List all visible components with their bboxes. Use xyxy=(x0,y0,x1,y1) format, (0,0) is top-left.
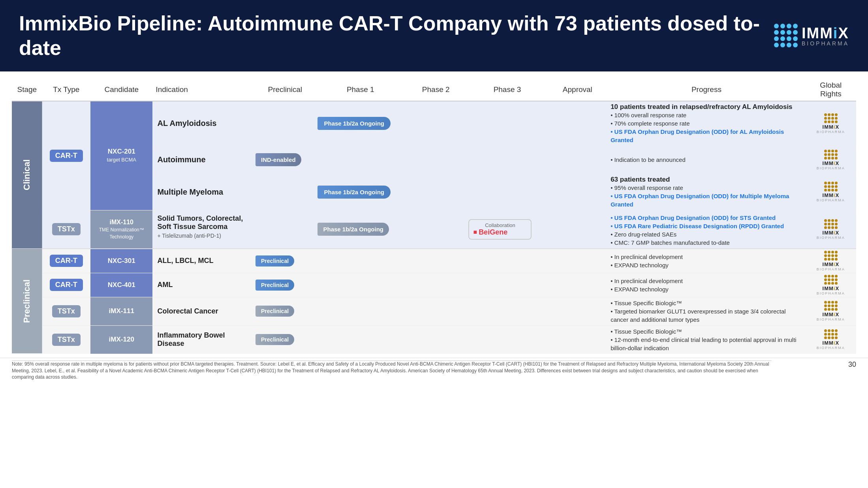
immix-sub: BIOPHARMA xyxy=(817,198,845,202)
cart-badge: CAR-T xyxy=(50,150,83,162)
bar-imx111: Preclinical xyxy=(256,306,294,317)
progress-list-al: 100% overall response rate 70% complete … xyxy=(611,111,802,144)
progress-item: In preclinical development xyxy=(611,277,802,285)
progress-item: 12-month end-to-end clinical trial leadi… xyxy=(611,336,802,352)
col-approval: Approval xyxy=(548,79,608,101)
bar-mm: Phase 1b/2a Ongoing xyxy=(318,186,391,199)
col-stage: Stage xyxy=(12,79,42,101)
ap-col-5 xyxy=(548,249,608,273)
ap-col-7 xyxy=(548,297,608,325)
progress-mm: 63 patients treated 95% overall response… xyxy=(607,174,805,210)
immix-sub: BIOPHARMA xyxy=(817,130,845,134)
immix-logo-small-5: IMMiX BIOPHARMA xyxy=(809,251,853,271)
p3-col-7 xyxy=(467,297,547,325)
immix-text: IMMiX xyxy=(823,230,840,236)
immix-logo-small-6: IMMiX BIOPHARMA xyxy=(809,275,853,295)
progress-imx111: Tissue Specific Biologic™ Targeted bioma… xyxy=(607,297,805,325)
immix-text: IMMiX xyxy=(823,340,840,346)
phase1-col-4: Phase 1b/2a Ongoing xyxy=(316,210,405,249)
col-tx-type: Tx Type xyxy=(42,79,90,101)
phase3-col-1 xyxy=(467,101,547,146)
table-row: Preclinical CAR-T NXC-301 ALL, LBCL, MCL… xyxy=(12,249,856,273)
p2-col-7 xyxy=(405,297,467,325)
phase2-col-3 xyxy=(405,174,467,210)
preclinical-bar-4: Preclinical xyxy=(254,325,316,354)
p1-col-8 xyxy=(316,325,405,354)
col-indication: Indication xyxy=(152,79,254,101)
table-row: TSTx iMX-120 Inflammatory Bowel Disease … xyxy=(12,325,856,354)
col-global-rights: Global Rights xyxy=(806,79,856,101)
progress-list-imx111: Tissue Specific Biologic™ Targeted bioma… xyxy=(611,299,802,324)
footer: Note: 95% overall response rate in multi… xyxy=(0,358,868,383)
progress-item: Tissue Specific Biologic™ xyxy=(611,327,802,336)
progress-item: In preclinical development xyxy=(611,253,802,261)
tstx-badge-2: TSTx xyxy=(52,305,81,317)
progress-bold-al: 10 patients treated in relapsed/refracto… xyxy=(611,103,802,111)
global-rights-4: IMMiX BIOPHARMA xyxy=(806,210,856,249)
global-rights-8: IMMiX BIOPHARMA xyxy=(806,325,856,354)
phase3-col-3 xyxy=(467,174,547,210)
footer-note: Note: 95% overall response rate in multi… xyxy=(12,360,772,381)
bar-nxc401: Preclinical xyxy=(256,280,294,291)
immix-text: IMMiX xyxy=(823,160,840,166)
p3-col-6 xyxy=(467,273,547,297)
approval-col-4 xyxy=(548,210,608,249)
progress-solid: US FDA Orphan Drug Designation (ODD) for… xyxy=(607,210,805,249)
progress-item-blue: US FDA Orphan Drug Designation (ODD) for… xyxy=(611,128,802,144)
progress-bold-mm: 63 patients treated xyxy=(611,176,802,184)
p3-col-8 xyxy=(467,325,547,354)
progress-nxc301: In preclinical development EXPAND techno… xyxy=(607,249,805,273)
p2-col-5 xyxy=(405,249,467,273)
progress-list-solid: US FDA Orphan Drug Designation (ODD) for… xyxy=(611,214,802,247)
phase3-col-4: Collaboration ■ BeiGene xyxy=(467,210,547,249)
cart-badge-3: CAR-T xyxy=(50,279,83,291)
phase3-col-2 xyxy=(467,146,547,174)
tx-type-tstx-3: TSTx xyxy=(42,325,90,354)
col-phase2: Phase 2 xyxy=(405,79,467,101)
beigene-logo: ■ BeiGene xyxy=(473,228,527,236)
tx-type-tstx: TSTx xyxy=(42,210,90,249)
progress-item: CMC: 7 GMP batches manufactured to-date xyxy=(611,238,802,247)
progress-item: EXPAND technology xyxy=(611,261,802,269)
preclinical-col-1 xyxy=(254,101,316,146)
bar-nxc301: Preclinical xyxy=(256,255,294,267)
immix-logo-small: IMMiX BIOPHARMA xyxy=(809,113,853,134)
candidate-nxc401: NXC-401 xyxy=(90,273,152,297)
global-rights-2: IMMiX BIOPHARMA xyxy=(806,146,856,174)
progress-item-blue: US FDA Rare Pediatric Disease Designatio… xyxy=(611,222,802,230)
tx-type-cart: CAR-T xyxy=(42,101,90,210)
indication-aml: AML xyxy=(152,273,254,297)
logo-dots-icon xyxy=(774,24,798,47)
col-progress: Progress xyxy=(607,79,805,101)
preclinical-col-2: IND-enabled xyxy=(254,146,316,174)
candidate-imx111: iMX-111 xyxy=(90,297,152,325)
p2-col-6 xyxy=(405,273,467,297)
page-title: ImmixBio Pipeline: Autoimmune CAR-T Comp… xyxy=(19,11,774,60)
immix-text: IMMiX xyxy=(823,192,840,198)
global-rights-6: IMMiX BIOPHARMA xyxy=(806,273,856,297)
immix-text: IMMiX xyxy=(823,124,840,130)
preclinical-col-3 xyxy=(254,174,316,210)
immix-logo-small-3: IMMiX BIOPHARMA xyxy=(809,182,853,202)
progress-nxc401: In preclinical development EXPAND techno… xyxy=(607,273,805,297)
logo-sub: BIOPHARMA xyxy=(802,40,849,47)
table-row: CAR-T NXC-401 AML Preclinical In preclin… xyxy=(12,273,856,297)
indication-colorectal: Colorectal Cancer xyxy=(152,297,254,325)
main-content: Stage Tx Type Candidate Indication Precl… xyxy=(0,71,868,358)
table-row: TSTx iMX-111 Colorectal Cancer Preclinic… xyxy=(12,297,856,325)
collaboration-box: Collaboration ■ BeiGene xyxy=(468,219,532,240)
tx-type-cart-2: CAR-T xyxy=(42,249,90,273)
table-row: TSTx iMX-110TME Normalization™Technology… xyxy=(12,210,856,249)
preclinical-col-4 xyxy=(254,210,316,249)
p1-col-5 xyxy=(316,249,405,273)
candidate-nxc201: NXC-201target BCMA xyxy=(90,101,152,210)
immix-sub: BIOPHARMA xyxy=(817,317,845,321)
phase1-col-1: Phase 1b/2a Ongoing xyxy=(316,101,405,146)
bar-solid: Phase 1b/2a Ongoing xyxy=(318,223,389,236)
immix-text: IMMiX xyxy=(823,312,840,317)
bar-autoimmune: IND-enabled xyxy=(256,153,301,166)
indication-autoimmune: Autoimmune xyxy=(152,146,254,174)
approval-col-1 xyxy=(548,101,608,146)
indication-al: AL Amyloidosis xyxy=(152,101,254,146)
global-rights-7: IMMiX BIOPHARMA xyxy=(806,297,856,325)
